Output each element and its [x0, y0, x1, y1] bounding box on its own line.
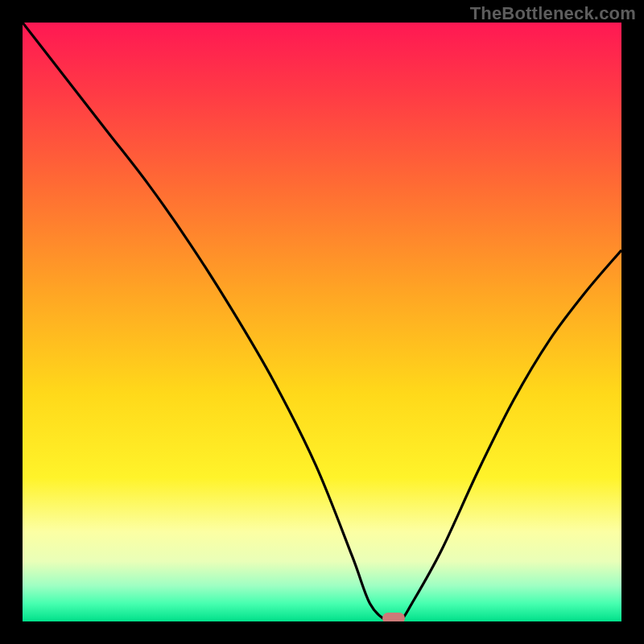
- plot-area: [23, 23, 621, 621]
- curve-path: [23, 23, 621, 621]
- chart-frame: TheBottleneck.com: [0, 0, 644, 644]
- bottleneck-curve: [23, 23, 621, 621]
- watermark-text: TheBottleneck.com: [470, 3, 636, 24]
- optimal-point-marker: [382, 613, 405, 621]
